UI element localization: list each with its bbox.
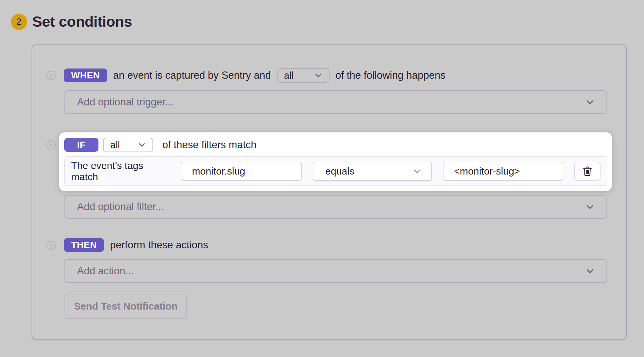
when-match-select-value: all bbox=[284, 70, 294, 81]
chevron-right-circle-icon bbox=[46, 70, 56, 80]
if-text-after: of these filters match bbox=[162, 139, 256, 151]
chevron-down-icon bbox=[585, 202, 595, 212]
add-action-placeholder: Add action... bbox=[77, 265, 134, 277]
step-connector-line bbox=[51, 85, 51, 137]
filter-operator-select[interactable]: equals bbox=[313, 162, 432, 181]
if-row: IF all of these filters match bbox=[64, 138, 607, 152]
set-conditions-page: 2 Set conditions WHEN an event is captur… bbox=[0, 0, 644, 357]
add-filter-select[interactable]: Add optional filter... bbox=[64, 195, 607, 219]
filter-label: The event's tags match bbox=[71, 160, 170, 182]
chevron-down-icon bbox=[137, 140, 147, 150]
step-connector-line bbox=[51, 154, 51, 237]
filter-condition-row: The event's tags match equals bbox=[64, 156, 606, 186]
when-badge: WHEN bbox=[64, 69, 107, 82]
chevron-down-icon bbox=[412, 166, 422, 176]
when-text-after: of the following happens bbox=[335, 69, 445, 81]
when-text-before: an event is captured by Sentry and bbox=[113, 69, 271, 81]
then-text: perform these actions bbox=[110, 239, 208, 251]
if-match-select[interactable]: all bbox=[103, 138, 153, 152]
step-number-badge: 2 bbox=[11, 14, 27, 30]
when-row: WHEN an event is captured by Sentry and … bbox=[64, 68, 445, 83]
chevron-right-circle-icon bbox=[46, 240, 56, 250]
send-test-notification-button[interactable]: Send Test Notification bbox=[65, 294, 187, 319]
if-conditions-card: IF all of these filters match The event'… bbox=[59, 132, 612, 191]
delete-filter-button[interactable] bbox=[574, 162, 601, 181]
if-badge: IF bbox=[64, 138, 98, 152]
if-match-select-value: all bbox=[110, 140, 120, 151]
when-match-select[interactable]: all bbox=[277, 68, 330, 83]
add-action-select[interactable]: Add action... bbox=[64, 259, 607, 283]
chevron-down-icon bbox=[585, 266, 595, 276]
filter-operator-value: equals bbox=[325, 166, 354, 177]
add-trigger-placeholder: Add optional trigger... bbox=[77, 96, 174, 108]
chevron-down-icon bbox=[585, 97, 595, 107]
add-trigger-select[interactable]: Add optional trigger... bbox=[64, 90, 607, 114]
then-badge: THEN bbox=[64, 238, 104, 252]
chevron-right-circle-icon bbox=[46, 140, 56, 150]
step-header: 2 Set conditions bbox=[11, 13, 132, 30]
page-title: Set conditions bbox=[32, 13, 132, 30]
filter-key-input[interactable] bbox=[181, 162, 302, 181]
chevron-down-icon bbox=[314, 71, 323, 80]
add-filter-placeholder: Add optional filter... bbox=[77, 201, 164, 213]
filter-value-input[interactable] bbox=[443, 162, 563, 181]
then-row: THEN perform these actions bbox=[64, 238, 208, 252]
conditions-panel: WHEN an event is captured by Sentry and … bbox=[32, 44, 627, 340]
trash-icon bbox=[582, 165, 593, 177]
